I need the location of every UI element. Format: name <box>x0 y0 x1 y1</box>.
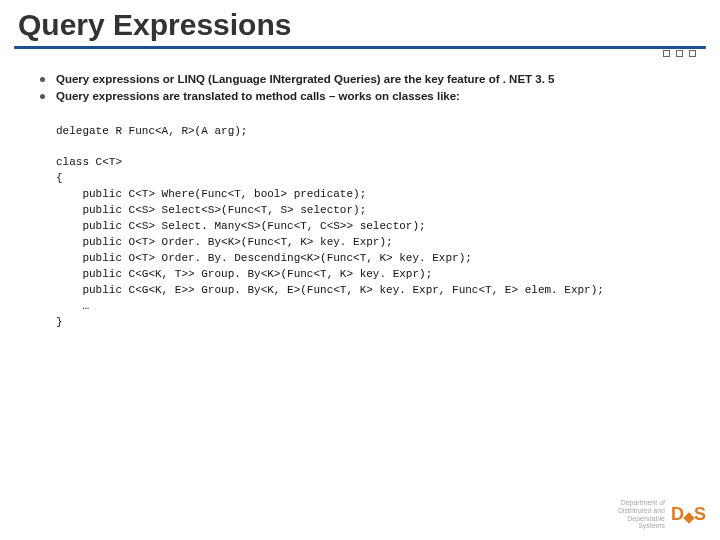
bullet-item: Query expressions or LINQ (Language INte… <box>40 71 680 88</box>
decorative-dots <box>663 50 696 57</box>
department-label: Department of Distributed and Dependable… <box>618 499 665 530</box>
bullet-list: Query expressions or LINQ (Language INte… <box>40 71 680 106</box>
code-block: delegate R Func<A, R>(A arg); class C<T>… <box>40 124 680 331</box>
bullet-item: Query expressions are translated to meth… <box>40 88 680 105</box>
d3s-logo-icon: DS <box>671 504 706 525</box>
content-area: Query expressions or LINQ (Language INte… <box>0 49 720 331</box>
page-title: Query Expressions <box>18 8 702 42</box>
footer: Department of Distributed and Dependable… <box>618 499 706 530</box>
